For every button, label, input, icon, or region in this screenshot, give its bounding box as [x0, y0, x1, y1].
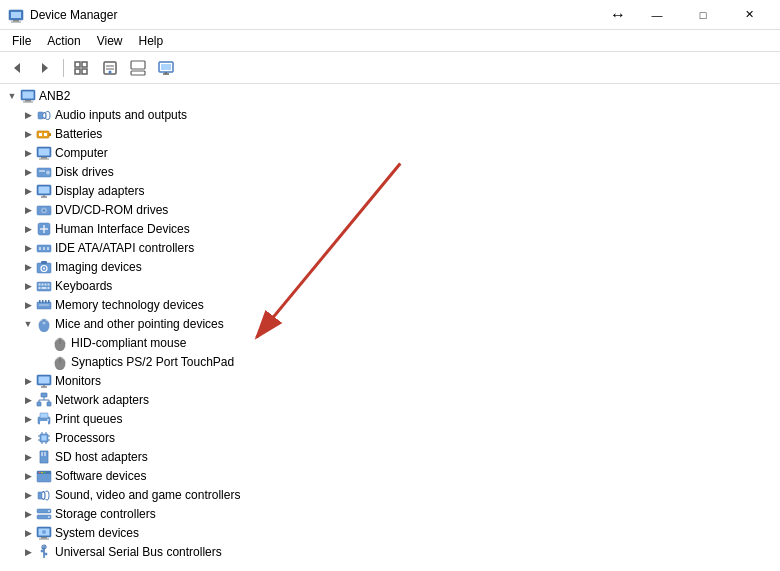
tree-item-storage[interactable]: ▶ Storage controllers: [0, 504, 780, 523]
tree-item-sound[interactable]: ▶ Sound, video and game controllers: [0, 485, 780, 504]
tree-item-imaging[interactable]: ▶ Imaging devices: [0, 257, 780, 276]
toolbar-properties[interactable]: [97, 56, 123, 80]
svg-rect-27: [39, 133, 42, 136]
toggle-network[interactable]: ▶: [20, 392, 36, 408]
toolbar-monitor[interactable]: [153, 56, 179, 80]
memory-label: Memory technology devices: [55, 298, 204, 312]
system-label: System devices: [55, 526, 139, 540]
tree-item-keyboards[interactable]: ▶ Keyboards: [0, 276, 780, 295]
tree-item-processors[interactable]: ▶ Processors: [0, 428, 780, 447]
tree-item-display[interactable]: ▶ Display adapters: [0, 181, 780, 200]
svg-point-106: [44, 471, 46, 473]
toggle-processors[interactable]: ▶: [20, 430, 36, 446]
toggle-audio[interactable]: ▶: [20, 107, 36, 123]
maximize-button[interactable]: □: [680, 0, 726, 30]
menu-help[interactable]: Help: [131, 32, 172, 50]
svg-rect-101: [44, 452, 46, 456]
toggle-display[interactable]: ▶: [20, 183, 36, 199]
toggle-root[interactable]: ▼: [4, 88, 20, 104]
close-button[interactable]: ✕: [726, 0, 772, 30]
toolbar-back[interactable]: [4, 56, 30, 80]
properties-icon: [102, 60, 118, 76]
toggle-mice[interactable]: ▼: [20, 316, 36, 332]
svg-rect-64: [42, 300, 44, 303]
tree-item-software[interactable]: ▶ Software devices: [0, 466, 780, 485]
toggle-ide[interactable]: ▶: [20, 240, 36, 256]
toggle-imaging[interactable]: ▶: [20, 259, 36, 275]
svg-rect-51: [41, 261, 47, 264]
svg-rect-17: [161, 64, 171, 70]
toggle-sd[interactable]: ▶: [20, 449, 36, 465]
tree-item-mice[interactable]: ▼ Mice and other pointing devices: [0, 314, 780, 333]
tree-item-system[interactable]: ▶ System devices: [0, 523, 780, 542]
svg-rect-55: [39, 283, 41, 285]
toggle-monitors[interactable]: ▶: [20, 373, 36, 389]
tree-item-audio[interactable]: ▶ Audio inputs and outputs: [0, 105, 780, 124]
toggle-disk[interactable]: ▶: [20, 164, 36, 180]
tree-item-hid-mouse[interactable]: ▶ HID-compliant mouse: [0, 333, 780, 352]
svg-rect-2: [13, 20, 19, 22]
toggle-print[interactable]: ▶: [20, 411, 36, 427]
tree-item-computer[interactable]: ▶ Computer: [0, 143, 780, 162]
svg-rect-47: [39, 247, 41, 250]
toggle-system[interactable]: ▶: [20, 525, 36, 541]
tree-item-memory[interactable]: ▶ Memory technology devices: [0, 295, 780, 314]
tree-panel[interactable]: ▼ ANB2 ▶ Au: [0, 84, 780, 571]
usb-icon: [36, 544, 52, 560]
svg-rect-54: [37, 282, 51, 291]
tree-root[interactable]: ▼ ANB2: [0, 86, 780, 105]
toggle-usb[interactable]: ▶: [20, 544, 36, 560]
svg-rect-8: [75, 69, 80, 74]
tree-item-usb[interactable]: ▶ Universal Serial Bus controllers: [0, 542, 780, 561]
tree-item-disk[interactable]: ▶ Disk drives: [0, 162, 780, 181]
tree-item-monitors[interactable]: ▶ Monitors: [0, 371, 780, 390]
svg-point-105: [41, 471, 43, 473]
tree-item-batteries[interactable]: ▶ Batteries: [0, 124, 780, 143]
disk-label: Disk drives: [55, 165, 114, 179]
toolbar-view1[interactable]: [69, 56, 95, 80]
toggle-memory[interactable]: ▶: [20, 297, 36, 313]
menu-file[interactable]: File: [4, 32, 39, 50]
menu-bar: File Action View Help: [0, 30, 780, 52]
toggle-hid[interactable]: ▶: [20, 221, 36, 237]
svg-rect-9: [82, 69, 87, 74]
tree-item-print[interactable]: ▶ Print queues: [0, 409, 780, 428]
toolbar-forward[interactable]: [32, 56, 58, 80]
software-label: Software devices: [55, 469, 146, 483]
root-label: ANB2: [39, 89, 70, 103]
sd-label: SD host adapters: [55, 450, 148, 464]
toggle-software[interactable]: ▶: [20, 468, 36, 484]
software-icon: [36, 468, 52, 484]
svg-rect-80: [37, 402, 41, 406]
resize-icon: ↔: [610, 6, 626, 24]
svg-point-13: [109, 70, 112, 73]
tree-item-hid[interactable]: ▶ Human Interface Devices: [0, 219, 780, 238]
toggle-keyboards[interactable]: ▶: [20, 278, 36, 294]
toggle-dvd[interactable]: ▶: [20, 202, 36, 218]
monitors-label: Monitors: [55, 374, 101, 388]
svg-rect-81: [47, 402, 51, 406]
toggle-storage[interactable]: ▶: [20, 506, 36, 522]
tree-item-ide[interactable]: ▶ IDE ATA/ATAPI controllers: [0, 238, 780, 257]
svg-point-53: [43, 267, 45, 269]
menu-action[interactable]: Action: [39, 32, 88, 50]
svg-point-42: [43, 209, 45, 211]
mice-icon: [36, 316, 52, 332]
tree-item-dvd[interactable]: ▶ DVD/CD-ROM drives: [0, 200, 780, 219]
tree-item-sd[interactable]: ▶ SD host adapters: [0, 447, 780, 466]
tree-item-synaptics[interactable]: ▶ Synaptics PS/2 Port TouchPad: [0, 352, 780, 371]
toggle-computer[interactable]: ▶: [20, 145, 36, 161]
app-icon: [8, 7, 24, 23]
toolbar-view2[interactable]: [125, 56, 151, 80]
print-icon: [36, 411, 52, 427]
menu-view[interactable]: View: [89, 32, 131, 50]
svg-rect-37: [39, 186, 50, 193]
minimize-button[interactable]: —: [634, 0, 680, 30]
svg-rect-48: [43, 247, 45, 250]
svg-marker-4: [14, 63, 20, 73]
svg-rect-30: [39, 148, 50, 155]
toggle-batteries[interactable]: ▶: [20, 126, 36, 142]
tree-item-network[interactable]: ▶ Network adapters: [0, 390, 780, 409]
print-label: Print queues: [55, 412, 122, 426]
toggle-sound[interactable]: ▶: [20, 487, 36, 503]
